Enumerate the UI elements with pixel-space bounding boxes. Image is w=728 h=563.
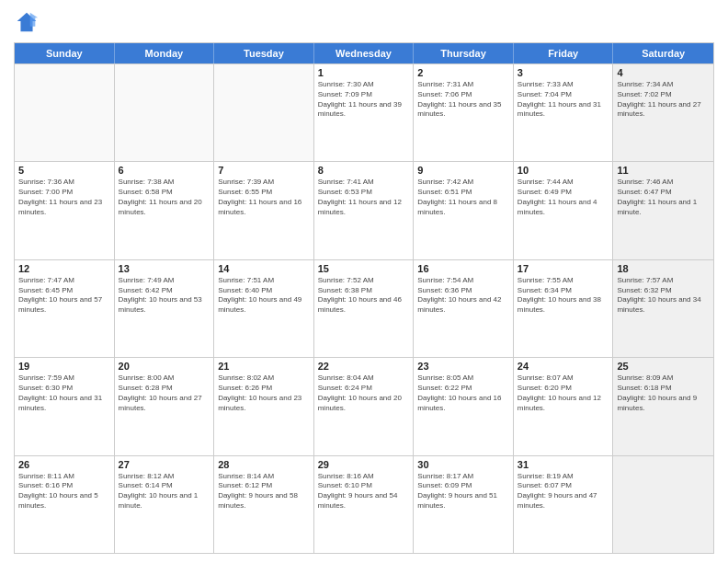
cell-info: Sunrise: 7:41 AMSunset: 6:53 PMDaylight:… <box>318 178 410 217</box>
day-number: 23 <box>417 361 509 372</box>
calendar-cell: 7Sunrise: 7:39 AMSunset: 6:55 PMDaylight… <box>214 162 314 259</box>
calendar-cell: 13Sunrise: 7:49 AMSunset: 6:42 PMDayligh… <box>115 260 215 357</box>
calendar-cell: 21Sunrise: 8:02 AMSunset: 6:26 PMDayligh… <box>214 358 314 454</box>
cell-info: Sunrise: 8:17 AMSunset: 6:09 PMDaylight:… <box>417 472 509 511</box>
cell-info: Sunrise: 7:51 AMSunset: 6:40 PMDaylight:… <box>218 276 310 316</box>
calendar-cell: 15Sunrise: 7:52 AMSunset: 6:38 PMDayligh… <box>314 260 415 357</box>
day-number: 6 <box>119 165 210 176</box>
day-number: 3 <box>518 67 609 78</box>
day-number: 20 <box>119 361 210 372</box>
week-row-5: 26Sunrise: 8:11 AMSunset: 6:16 PMDayligh… <box>15 455 713 553</box>
day-number: 15 <box>318 263 410 274</box>
day-of-week-wednesday: Wednesday <box>314 43 415 63</box>
logo-icon <box>14 9 40 35</box>
cell-info: Sunrise: 8:07 AMSunset: 6:20 PMDaylight:… <box>518 373 609 413</box>
cell-info: Sunrise: 7:54 AMSunset: 6:36 PMDaylight:… <box>417 276 509 316</box>
cell-info: Sunrise: 8:16 AMSunset: 6:10 PMDaylight:… <box>318 472 410 511</box>
cell-info: Sunrise: 7:39 AMSunset: 6:55 PMDaylight:… <box>218 178 310 217</box>
cell-info: Sunrise: 7:55 AMSunset: 6:34 PMDaylight:… <box>518 276 609 316</box>
cell-info: Sunrise: 8:09 AMSunset: 6:18 PMDaylight:… <box>617 373 710 413</box>
cell-info: Sunrise: 8:05 AMSunset: 6:22 PMDaylight:… <box>417 373 509 413</box>
calendar-header: SundayMondayTuesdayWednesdayThursdayFrid… <box>15 43 713 63</box>
day-number: 1 <box>318 67 410 78</box>
calendar-cell: 3Sunrise: 7:33 AMSunset: 7:04 PMDaylight… <box>514 64 614 161</box>
calendar-cell: 5Sunrise: 7:36 AMSunset: 7:00 PMDaylight… <box>15 162 115 259</box>
day-number: 30 <box>417 459 509 470</box>
day-of-week-monday: Monday <box>115 43 215 63</box>
day-number: 21 <box>218 361 310 372</box>
page: SundayMondayTuesdayWednesdayThursdayFrid… <box>0 0 728 563</box>
calendar-cell: 18Sunrise: 7:57 AMSunset: 6:32 PMDayligh… <box>613 260 713 357</box>
day-number: 19 <box>18 361 110 372</box>
calendar-cell: 14Sunrise: 7:51 AMSunset: 6:40 PMDayligh… <box>214 260 314 357</box>
calendar-cell: 11Sunrise: 7:46 AMSunset: 6:47 PMDayligh… <box>613 162 713 259</box>
calendar-cell: 1Sunrise: 7:30 AMSunset: 7:09 PMDaylight… <box>314 64 415 161</box>
week-row-2: 5Sunrise: 7:36 AMSunset: 7:00 PMDaylight… <box>15 161 713 259</box>
day-number: 16 <box>417 263 509 274</box>
day-number: 25 <box>617 361 710 372</box>
calendar-cell <box>15 64 115 161</box>
week-row-3: 12Sunrise: 7:47 AMSunset: 6:45 PMDayligh… <box>15 259 713 357</box>
calendar-cell: 4Sunrise: 7:34 AMSunset: 7:02 PMDaylight… <box>613 64 713 161</box>
calendar-cell <box>115 64 215 161</box>
week-row-1: 1Sunrise: 7:30 AMSunset: 7:09 PMDaylight… <box>15 63 713 161</box>
week-row-4: 19Sunrise: 7:59 AMSunset: 6:30 PMDayligh… <box>15 357 713 454</box>
logo <box>14 9 43 35</box>
cell-info: Sunrise: 7:30 AMSunset: 7:09 PMDaylight:… <box>318 80 410 120</box>
day-number: 31 <box>518 459 609 470</box>
cell-info: Sunrise: 7:42 AMSunset: 6:51 PMDaylight:… <box>417 178 509 217</box>
calendar-cell: 12Sunrise: 7:47 AMSunset: 6:45 PMDayligh… <box>15 260 115 357</box>
calendar-cell <box>214 64 314 161</box>
cell-info: Sunrise: 8:02 AMSunset: 6:26 PMDaylight:… <box>218 373 310 413</box>
calendar-cell: 25Sunrise: 8:09 AMSunset: 6:18 PMDayligh… <box>613 358 713 454</box>
cell-info: Sunrise: 7:46 AMSunset: 6:47 PMDaylight:… <box>617 178 710 217</box>
day-number: 14 <box>218 263 310 274</box>
svg-marker-1 <box>30 13 38 27</box>
calendar-cell: 23Sunrise: 8:05 AMSunset: 6:22 PMDayligh… <box>414 358 514 454</box>
calendar-cell: 29Sunrise: 8:16 AMSunset: 6:10 PMDayligh… <box>314 456 415 553</box>
calendar-cell: 24Sunrise: 8:07 AMSunset: 6:20 PMDayligh… <box>514 358 614 454</box>
day-of-week-sunday: Sunday <box>15 43 115 63</box>
cell-info: Sunrise: 7:52 AMSunset: 6:38 PMDaylight:… <box>318 276 410 316</box>
day-number: 10 <box>518 165 609 176</box>
calendar-cell: 9Sunrise: 7:42 AMSunset: 6:51 PMDaylight… <box>414 162 514 259</box>
day-number: 8 <box>318 165 410 176</box>
calendar-body: 1Sunrise: 7:30 AMSunset: 7:09 PMDaylight… <box>15 63 713 553</box>
day-number: 17 <box>518 263 609 274</box>
calendar-cell: 27Sunrise: 8:12 AMSunset: 6:14 PMDayligh… <box>115 456 215 553</box>
calendar-cell: 31Sunrise: 8:19 AMSunset: 6:07 PMDayligh… <box>514 456 614 553</box>
calendar-cell: 17Sunrise: 7:55 AMSunset: 6:34 PMDayligh… <box>514 260 614 357</box>
day-number: 18 <box>617 263 710 274</box>
day-of-week-friday: Friday <box>514 43 614 63</box>
day-number: 29 <box>318 459 410 470</box>
day-number: 4 <box>617 67 710 78</box>
cell-info: Sunrise: 7:36 AMSunset: 7:00 PMDaylight:… <box>18 178 110 217</box>
calendar-cell: 10Sunrise: 7:44 AMSunset: 6:49 PMDayligh… <box>514 162 614 259</box>
calendar-cell: 6Sunrise: 7:38 AMSunset: 6:58 PMDaylight… <box>115 162 215 259</box>
calendar-cell: 30Sunrise: 8:17 AMSunset: 6:09 PMDayligh… <box>414 456 514 553</box>
header <box>14 9 714 35</box>
day-number: 24 <box>518 361 609 372</box>
calendar-cell: 22Sunrise: 8:04 AMSunset: 6:24 PMDayligh… <box>314 358 415 454</box>
day-number: 7 <box>218 165 310 176</box>
calendar-cell: 8Sunrise: 7:41 AMSunset: 6:53 PMDaylight… <box>314 162 415 259</box>
cell-info: Sunrise: 7:38 AMSunset: 6:58 PMDaylight:… <box>119 178 210 217</box>
calendar-cell: 28Sunrise: 8:14 AMSunset: 6:12 PMDayligh… <box>214 456 314 553</box>
cell-info: Sunrise: 8:19 AMSunset: 6:07 PMDaylight:… <box>518 472 609 511</box>
day-number: 26 <box>18 459 110 470</box>
day-number: 2 <box>417 67 509 78</box>
calendar-cell: 20Sunrise: 8:00 AMSunset: 6:28 PMDayligh… <box>115 358 215 454</box>
cell-info: Sunrise: 8:12 AMSunset: 6:14 PMDaylight:… <box>119 472 210 511</box>
day-number: 22 <box>318 361 410 372</box>
cell-info: Sunrise: 8:14 AMSunset: 6:12 PMDaylight:… <box>218 472 310 511</box>
calendar: SundayMondayTuesdayWednesdayThursdayFrid… <box>14 42 714 554</box>
day-number: 12 <box>18 263 110 274</box>
calendar-cell: 16Sunrise: 7:54 AMSunset: 6:36 PMDayligh… <box>414 260 514 357</box>
day-of-week-saturday: Saturday <box>613 43 713 63</box>
day-number: 5 <box>18 165 110 176</box>
calendar-cell: 2Sunrise: 7:31 AMSunset: 7:06 PMDaylight… <box>414 64 514 161</box>
cell-info: Sunrise: 7:34 AMSunset: 7:02 PMDaylight:… <box>617 80 710 120</box>
cell-info: Sunrise: 7:33 AMSunset: 7:04 PMDaylight:… <box>518 80 609 120</box>
day-number: 28 <box>218 459 310 470</box>
day-number: 27 <box>119 459 210 470</box>
